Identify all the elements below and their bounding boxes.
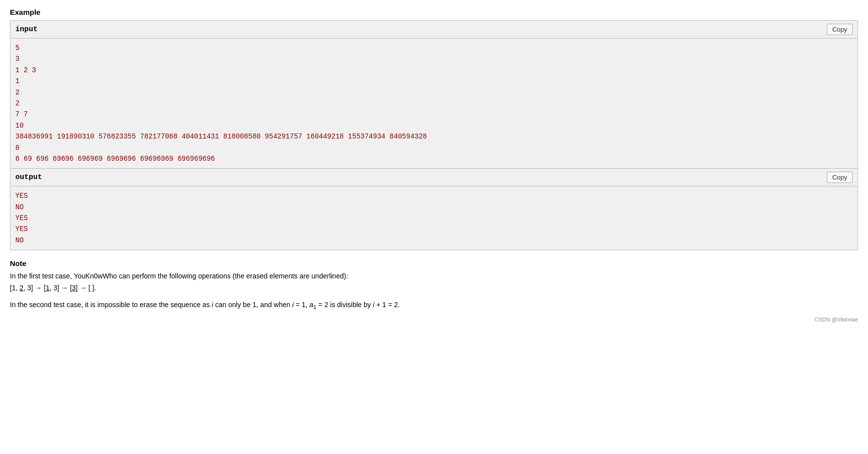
note-p2-mid2: = 2 is divisible by bbox=[316, 301, 373, 309]
output-block: output Copy YES NO YES YES NO bbox=[10, 169, 858, 250]
note-p2-a: a bbox=[309, 301, 313, 309]
note-section: Note In the first test case, YouKn0wWho … bbox=[10, 259, 858, 322]
example-title: Example bbox=[10, 8, 858, 16]
note-p1-formula: [1, 2, 3] → [1, 3] → [3] → [ ]. bbox=[10, 284, 96, 292]
example-section: Example input Copy 5 3 1 2 3 1 2 2 7 7 1… bbox=[10, 8, 858, 250]
watermark-text: CSDN @Viktoriae bbox=[10, 317, 858, 322]
input-header: input Copy bbox=[10, 21, 858, 39]
note-p2-mid1: can only be 1, and when bbox=[213, 301, 292, 309]
note-p2-eq: = 1, bbox=[294, 301, 310, 309]
note-p2-prefix: In the second test case, it is impossibl… bbox=[10, 301, 212, 309]
output-content: YES NO YES YES NO bbox=[10, 186, 858, 250]
output-copy-button[interactable]: Copy bbox=[827, 172, 853, 183]
note-p2-end: + 1 = 2. bbox=[375, 301, 400, 309]
input-copy-button[interactable]: Copy bbox=[827, 24, 853, 35]
note-paragraph-1: In the first test case, YouKn0wWho can p… bbox=[10, 271, 858, 294]
note-paragraph-2: In the second test case, it is impossibl… bbox=[10, 299, 858, 312]
input-block: input Copy 5 3 1 2 3 1 2 2 7 7 10 384836… bbox=[10, 20, 858, 169]
input-label: input bbox=[15, 25, 38, 34]
note-title: Note bbox=[10, 259, 858, 268]
output-header: output Copy bbox=[10, 169, 858, 186]
note-body: In the first test case, YouKn0wWho can p… bbox=[10, 271, 858, 312]
input-content: 5 3 1 2 3 1 2 2 7 7 10 384836991 1918903… bbox=[10, 39, 858, 168]
output-label: output bbox=[15, 173, 42, 182]
note-p1-text: In the first test case, YouKn0wWho can p… bbox=[10, 272, 348, 280]
